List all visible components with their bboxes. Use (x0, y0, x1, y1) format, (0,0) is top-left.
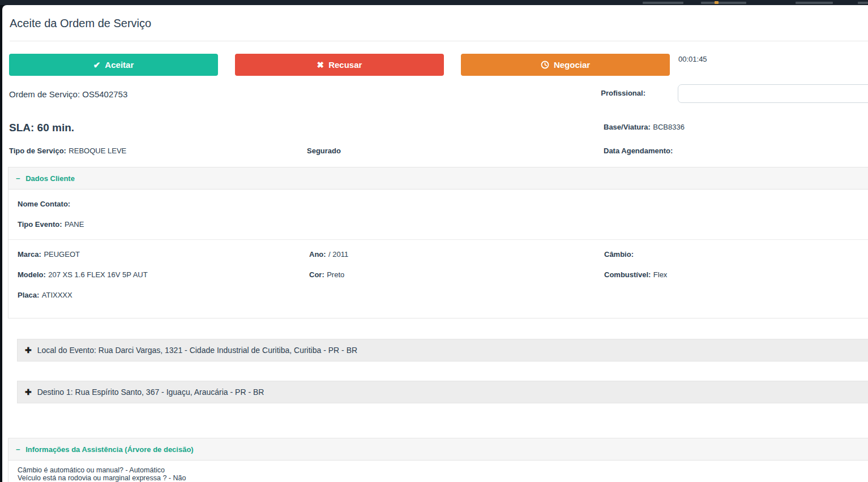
color-label: Cor: (309, 270, 324, 279)
year-label: Ano: (309, 250, 326, 259)
model-field: Modelo: 207 XS 1.6 FLEX 16V 5P AUT (18, 269, 309, 279)
refuse-button-label: Recusar (328, 60, 362, 70)
color-field: Cor: Preto (309, 269, 604, 279)
plate-value: ATIXXXX (42, 291, 72, 299)
insured-flag: Segurado (307, 145, 604, 156)
order-number-value: OS5402753 (82, 89, 127, 99)
model-label: Modelo: (18, 270, 46, 279)
client-data-panel: − Dados Cliente Nome Contato: Tipo Event… (8, 167, 868, 319)
navbar-badge-fragment (715, 1, 719, 4)
clock-icon (541, 61, 549, 69)
base-viatura-label: Base/Viatura: (604, 123, 651, 131)
negotiate-button-label: Negociar (554, 60, 590, 70)
destination-label: Destino 1: (37, 388, 73, 397)
gearbox-label: Câmbio: (604, 250, 634, 259)
fuel-field: Combustível: Flex (604, 269, 866, 279)
vehicle-info-grid: Marca: PEUGEOT Modelo: 207 XS 1.6 FLEX 1… (18, 249, 866, 318)
order-number-label: Ordem de Serviço: (9, 89, 80, 99)
accept-button-label: Aceitar (105, 60, 134, 70)
order-number: Ordem de Serviço: OS5402753 (9, 84, 127, 99)
destination-value: Rua Espírito Santo, 367 - Iguaçu, Araucá… (75, 388, 264, 397)
event-type-field: Tipo Evento: PANE (18, 219, 866, 229)
page-title: Aceite da Ordem de Serviço (10, 15, 868, 31)
navbar-item-fragment (858, 2, 868, 4)
title-divider (10, 41, 868, 41)
destination-bar[interactable]: ✚ Destino 1: Rua Espírito Santo, 367 - I… (17, 381, 868, 403)
vehicle-col-1: Marca: PEUGEOT Modelo: 207 XS 1.6 FLEX 1… (18, 249, 309, 310)
client-data-panel-title-text: Dados Cliente (25, 174, 75, 183)
schedule-date-label: Data Agendamento: (604, 147, 673, 155)
plate-label: Placa: (18, 291, 39, 299)
event-location-bar[interactable]: ✚ Local do Evento: Rua Darci Vargas, 132… (17, 339, 868, 361)
vehicle-col-2: Ano: / 2011 Cor: Preto (309, 249, 604, 310)
year-field: Ano: / 2011 (309, 249, 604, 259)
service-type-value: REBOQUE LEVE (69, 147, 126, 155)
assistance-info-panel: − Informações da Assistência (Árvore de … (8, 438, 868, 482)
color-value: Preto (327, 270, 344, 279)
client-data-panel-header[interactable]: − Dados Cliente (8, 167, 868, 190)
action-buttons-row: ✔ Aceitar ✖ Recusar Negociar 00:01:45 (9, 54, 868, 76)
assistance-info-panel-body: Câmbio é automático ou manual? - Automát… (8, 461, 868, 482)
event-location-label: Local do Evento: (37, 346, 96, 355)
model-value: 207 XS 1.6 FLEX 16V 5P AUT (48, 270, 147, 279)
accept-button[interactable]: ✔ Aceitar (9, 54, 218, 76)
check-icon: ✔ (93, 61, 101, 69)
contact-name-field: Nome Contato: (18, 199, 866, 209)
schedule-date: Data Agendamento: (604, 145, 868, 156)
refuse-button[interactable]: ✖ Recusar (235, 54, 444, 76)
brand-label: Marca: (18, 250, 41, 259)
vehicle-col-3: Câmbio: Combustível: Flex (604, 249, 866, 310)
fuel-label: Combustível: (604, 270, 651, 279)
contact-name-label: Nome Contato: (18, 200, 70, 208)
year-value: / 2011 (328, 250, 348, 259)
countdown-timer: 00:01:45 (678, 55, 707, 63)
brand-field: Marca: PEUGEOT (18, 249, 309, 259)
expand-plus-icon: ✚ (25, 346, 32, 355)
professional-label: Profissional: (601, 84, 645, 97)
sla-base-row: SLA: 60 min. Base/Viatura: BCB8336 (9, 122, 868, 134)
collapse-minus-icon: − (16, 445, 20, 454)
assistance-info-panel-title-text: Informações da Assistência (Árvore de de… (25, 445, 193, 454)
service-type-row: Tipo de Serviço: REBOQUE LEVE Segurado D… (9, 145, 868, 156)
professional-input[interactable] (678, 84, 868, 103)
event-type-value: PANE (65, 220, 84, 229)
x-icon: ✖ (317, 61, 324, 69)
top-navbar (0, 0, 868, 5)
client-data-panel-title: − Dados Cliente (16, 174, 75, 183)
navbar-item-fragment (796, 2, 833, 4)
base-viatura-value: BCB8336 (653, 123, 685, 131)
event-location-value: Rua Darci Vargas, 1321 - Cidade Industri… (99, 346, 357, 355)
navbar-item-fragment (643, 2, 683, 4)
panel-divider (8, 239, 868, 240)
service-type-label: Tipo de Serviço: (9, 147, 66, 155)
client-data-panel-body: Nome Contato: Tipo Evento: PANE Marca: P… (8, 190, 868, 318)
expand-plus-icon: ✚ (25, 388, 32, 397)
collapse-minus-icon: − (16, 174, 20, 183)
decision-tree-line: Câmbio é automático ou manual? - Automát… (18, 466, 866, 474)
brand-value: PEUGEOT (44, 250, 80, 259)
gearbox-field: Câmbio: (604, 249, 866, 259)
fuel-value: Flex (653, 270, 668, 279)
assistance-info-panel-header[interactable]: − Informações da Assistência (Árvore de … (8, 438, 868, 461)
professional-group: Profissional: (601, 84, 868, 103)
service-order-card: Aceite da Ordem de Serviço ✔ Aceitar ✖ R… (2, 5, 868, 482)
insured-label: Segurado (307, 147, 341, 155)
negotiate-button[interactable]: Negociar (461, 54, 670, 76)
decision-tree-line: Veículo está na rodovia ou marginal expr… (18, 474, 866, 482)
base-viatura: Base/Viatura: BCB8336 (604, 122, 868, 134)
service-type: Tipo de Serviço: REBOQUE LEVE (9, 145, 307, 156)
assistance-info-panel-title: − Informações da Assistência (Árvore de … (16, 445, 194, 454)
order-number-row: Ordem de Serviço: OS5402753 Profissional… (9, 84, 868, 103)
navbar-item-fragment (701, 2, 746, 4)
event-type-label: Tipo Evento: (18, 220, 62, 229)
sla-text: SLA: 60 min. (9, 122, 604, 134)
plate-field: Placa: ATIXXXX (18, 290, 309, 300)
